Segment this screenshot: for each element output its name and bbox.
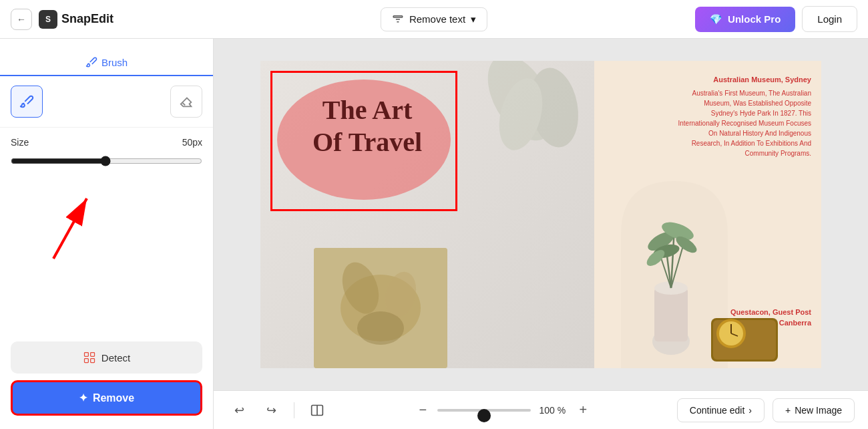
zoom-in-button[interactable]: + <box>574 401 592 420</box>
zoom-slider[interactable] <box>437 404 531 417</box>
logo: S SnapEdit <box>39 10 114 29</box>
canvas-area: The Art Of Travel <box>214 39 868 429</box>
zoom-plus-icon: + <box>580 402 588 418</box>
image-left: The Art Of Travel <box>260 61 594 368</box>
svg-point-18 <box>357 311 404 345</box>
back-button[interactable]: ← <box>11 9 32 30</box>
header: ← S SnapEdit Remove text ▾ 💎 Unlock Pro … <box>0 0 868 39</box>
brush-tools-row <box>0 76 213 128</box>
back-icon: ← <box>17 14 26 25</box>
image-composite: The Art Of Travel <box>260 61 821 368</box>
right-panel-text-top: Australian Museum, Sydney Australia's Fi… <box>678 74 811 158</box>
redo-button[interactable]: ↪ <box>259 398 283 422</box>
zoom-out-button[interactable]: − <box>413 401 432 420</box>
right-panel-text-bottom: Questacon, Guest Post Canberra <box>730 307 811 328</box>
svg-line-5 <box>53 198 87 259</box>
bottom-toolbar: ↩ ↪ − 100 % + <box>214 390 868 429</box>
remove-sparkle-icon: ✦ <box>79 392 87 404</box>
unlock-pro-label: Unlock Pro <box>728 13 781 25</box>
svg-rect-20 <box>654 288 688 341</box>
remove-text-label: Remove text <box>409 13 465 25</box>
svg-rect-9 <box>90 359 94 363</box>
size-header: Size 50px <box>11 137 202 148</box>
header-left: ← S SnapEdit <box>11 9 114 30</box>
size-label: Size <box>11 137 29 148</box>
logo-text: SnapEdit <box>61 12 114 26</box>
header-right: 💎 Unlock Pro Login <box>695 6 857 32</box>
museum-title: Australian Museum, Sydney <box>678 74 811 86</box>
continue-edit-button[interactable]: Continue edit › <box>677 398 765 422</box>
zoom-thumb <box>477 409 491 422</box>
eraser-icon <box>179 94 194 109</box>
floral-image <box>314 248 447 368</box>
undo-icon: ↩ <box>234 403 244 418</box>
bottom-text-line2: Canberra <box>730 318 811 328</box>
svg-rect-6 <box>84 353 88 357</box>
login-button[interactable]: Login <box>802 6 857 32</box>
split-view-button[interactable] <box>305 398 329 422</box>
redo-icon: ↪ <box>266 403 276 418</box>
ai-detect-icon <box>83 351 96 364</box>
diamond-icon: 💎 <box>710 13 722 25</box>
remove-text-button[interactable]: Remove text ▾ <box>381 7 487 31</box>
new-image-plus-icon: + <box>785 405 791 416</box>
sidebar-bottom: Detect ✦ Remove <box>0 332 213 429</box>
svg-line-3 <box>183 103 186 106</box>
red-arrow-annotation <box>13 185 147 265</box>
tab-brush[interactable]: Brush <box>0 49 213 75</box>
text-icon <box>392 13 404 25</box>
header-center: Remove text ▾ <box>381 7 487 31</box>
size-section: Size 50px <box>0 128 213 178</box>
sidebar: Brush Size 50px <box>0 39 214 429</box>
detect-label: Detect <box>101 352 130 364</box>
eraser-button[interactable] <box>170 86 202 118</box>
new-image-button[interactable]: + New Image <box>773 398 855 422</box>
new-image-label: New Image <box>795 405 842 416</box>
museum-desc: Australia's First Museum, The Australian… <box>678 88 811 158</box>
svg-rect-7 <box>90 353 94 357</box>
zoom-minus-icon: − <box>419 402 427 418</box>
split-icon <box>310 404 324 417</box>
brush-tab-icon <box>85 56 97 68</box>
main-layout: Brush Size 50px <box>0 39 868 429</box>
size-value: 50px <box>182 137 202 148</box>
canvas-content[interactable]: The Art Of Travel <box>214 39 868 390</box>
detect-button[interactable]: Detect <box>11 341 202 374</box>
unlock-pro-button[interactable]: 💎 Unlock Pro <box>695 7 795 32</box>
size-slider[interactable] <box>11 156 202 166</box>
remove-label: Remove <box>93 392 134 404</box>
svg-rect-0 <box>393 15 403 17</box>
brush-draw-button[interactable] <box>11 86 43 118</box>
login-label: Login <box>817 13 842 25</box>
zoom-controls: − 100 % + <box>413 401 592 420</box>
toolbar-divider-1 <box>294 402 294 418</box>
logo-icon: S <box>39 10 57 29</box>
zoom-value: 100 % <box>536 405 568 416</box>
continue-arrow-icon: › <box>748 405 752 416</box>
tab-brush-label: Brush <box>101 57 128 68</box>
image-right: Australian Museum, Sydney Australia's Fi… <box>594 61 821 368</box>
remove-button[interactable]: ✦ Remove <box>11 380 202 416</box>
sidebar-tabs: Brush <box>0 39 213 76</box>
bottom-text-line1: Questacon, Guest Post <box>730 307 811 317</box>
draw-icon <box>19 94 34 109</box>
svg-rect-8 <box>84 359 88 363</box>
zoom-track <box>437 409 531 412</box>
continue-label: Continue edit <box>690 405 745 416</box>
undo-button[interactable]: ↩ <box>227 398 251 422</box>
selection-box <box>270 71 457 211</box>
dropdown-icon: ▾ <box>471 13 476 25</box>
